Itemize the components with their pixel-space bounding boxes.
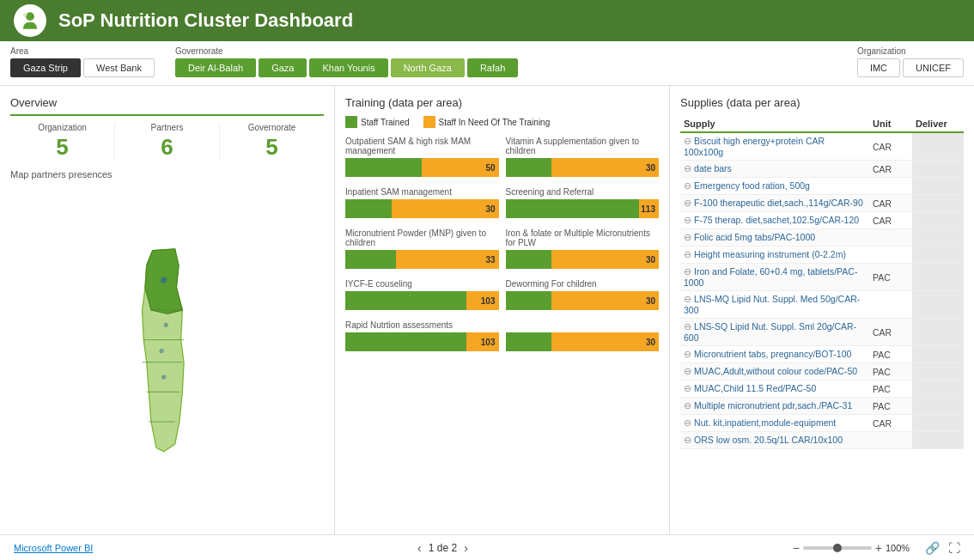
supply-expand-icon[interactable]: ⊖	[684, 215, 694, 225]
supply-expand-icon[interactable]: ⊖	[684, 383, 694, 393]
org-btn-unicef[interactable]: UNICEF	[903, 58, 964, 77]
area-filter-group: Area Gaza Strip West Bank	[10, 46, 155, 77]
gov-btn-gaza[interactable]: Gaza	[259, 58, 307, 77]
training-row-2: Inpatient SAM management Screening and R…	[345, 187, 659, 218]
supply-deliver-cell	[912, 432, 964, 449]
supply-unit-cell	[869, 178, 912, 195]
stat-governorate: Governorate 5	[220, 123, 324, 161]
supply-expand-icon[interactable]: ⊖	[684, 136, 694, 146]
supply-unit-cell: CAR	[869, 212, 912, 229]
legend-trained-label: Staff Trained	[361, 118, 410, 127]
supply-name-cell: ⊖ Height measuring instrument (0-2.2m)	[680, 247, 869, 264]
supply-name: LNS-MQ Lipid Nut. Suppl. Med 50g/CAR-300	[684, 294, 860, 315]
supply-expand-icon[interactable]: ⊖	[684, 180, 694, 191]
area-filter-label: Area	[10, 46, 155, 56]
map-svg	[90, 243, 245, 466]
svg-point-0	[26, 12, 34, 21]
supply-expand-icon[interactable]: ⊖	[684, 366, 694, 376]
supplies-table: Supply Unit Deliver ⊖ Biscuit high energ…	[680, 116, 964, 449]
org-btn-imc[interactable]: IMC	[857, 58, 900, 77]
supply-name-cell: ⊖ MUAC,Child 11.5 Red/PAC-50	[680, 380, 869, 398]
share-icon[interactable]: 🔗	[925, 541, 940, 555]
legend-need-label: Staff In Need Of The Training	[439, 118, 551, 127]
supply-unit-cell: CAR	[869, 161, 912, 178]
zoom-thumb[interactable]	[833, 544, 842, 552]
map-area	[10, 185, 324, 524]
gov-btn-rafah[interactable]: Rafah	[467, 58, 518, 77]
supply-name: MUAC,Child 11.5 Red/PAC-50	[694, 383, 816, 393]
supply-expand-icon[interactable]: ⊖	[684, 163, 694, 173]
fullscreen-icon[interactable]: ⛶	[948, 541, 960, 555]
supply-expand-icon[interactable]: ⊖	[684, 294, 694, 304]
nav-prev-icon[interactable]: ‹	[417, 541, 422, 555]
supply-deliver-cell	[912, 319, 964, 346]
supply-unit-cell: PAC	[869, 346, 912, 363]
supply-unit-cell	[869, 229, 912, 247]
org-filter-label: Organization	[857, 46, 964, 56]
supplies-panel: Supplies (data per area) Supply Unit Del…	[670, 86, 974, 534]
stat-gov-value: 5	[220, 134, 324, 161]
supply-expand-icon[interactable]: ⊖	[684, 400, 694, 411]
map-label: Map partners presences	[10, 169, 324, 180]
supply-expand-icon[interactable]: ⊖	[684, 417, 694, 428]
gov-btn-north-gaza[interactable]: North Gaza	[391, 58, 465, 77]
supply-expand-icon[interactable]: ⊖	[684, 249, 694, 259]
gov-btn-deir[interactable]: Deir Al-Balah	[175, 58, 256, 77]
supply-unit-cell: CAR	[869, 415, 912, 432]
supply-unit-cell: PAC	[869, 398, 912, 415]
supply-row: ⊖ Biscuit high energy+protein CAR 100x10…	[680, 132, 964, 161]
supply-deliver-cell	[912, 247, 964, 264]
supply-name: date bars	[694, 163, 732, 173]
stats-row: Organization 5 Partners 6 Governorate 5	[10, 123, 324, 161]
zoom-minus-icon[interactable]: −	[793, 541, 800, 555]
zoom-controls: − + 100%	[793, 541, 916, 555]
zoom-plus-icon[interactable]: +	[875, 541, 882, 555]
supply-expand-icon[interactable]: ⊖	[684, 349, 694, 359]
supply-expand-icon[interactable]: ⊖	[684, 321, 694, 332]
gov-btn-khan[interactable]: Khan Younis	[309, 58, 387, 77]
svg-point-12	[161, 374, 166, 379]
supply-expand-icon[interactable]: ⊖	[684, 266, 694, 277]
supply-deliver-cell	[912, 346, 964, 363]
supply-name: Nut. kit,inpatient,module-equipment	[694, 417, 836, 428]
footer: Microsoft Power BI ‹ 1 de 2 › − + 100% 🔗…	[0, 534, 974, 560]
left-panel: Overview Organization 5 Partners 6 Gover…	[0, 86, 335, 534]
supply-name: Biscuit high energy+protein CAR 100x100g	[684, 136, 825, 157]
logo-icon	[19, 9, 41, 32]
powerbi-link[interactable]: Microsoft Power BI	[14, 543, 93, 553]
supply-row: ⊖ ORS low osm. 20.5q/1L CAR/10x100	[680, 432, 964, 449]
area-btn-gaza-strip[interactable]: Gaza Strip	[10, 58, 81, 77]
training-panel: Training (data per area) Staff Trained S…	[335, 86, 670, 534]
supply-deliver-cell	[912, 264, 964, 291]
supply-expand-icon[interactable]: ⊖	[684, 198, 694, 208]
governorate-filter-label: Governorate	[175, 46, 518, 56]
stat-gov-label: Governorate	[220, 123, 324, 132]
zoom-slider-track[interactable]	[803, 546, 872, 550]
legend-need: Staff In Need Of The Training	[423, 116, 551, 128]
supply-expand-icon[interactable]: ⊖	[684, 435, 694, 445]
organization-filter-group: Organization IMC UNICEF	[857, 46, 964, 77]
supply-unit-cell: PAC	[869, 380, 912, 398]
supply-expand-icon[interactable]: ⊖	[684, 232, 694, 242]
supply-row: ⊖ F-100 therapeutic diet,sach.,114g/CAR-…	[680, 195, 964, 212]
supply-row: ⊖ LNS-SQ Lipid Nut. Suppl. Sml 20g/CAR-6…	[680, 319, 964, 346]
supply-name: Micronutrient tabs, pregnancy/BOT-100	[694, 349, 851, 359]
supply-row: ⊖ MUAC,Adult,without colour code/PAC-50P…	[680, 363, 964, 380]
page-indicator: 1 de 2	[429, 542, 457, 554]
area-btn-west-bank[interactable]: West Bank	[83, 58, 155, 77]
logo	[14, 4, 46, 37]
supply-name-cell: ⊖ MUAC,Adult,without colour code/PAC-50	[680, 363, 869, 380]
supply-unit-cell: CAR	[869, 319, 912, 346]
supply-unit-cell	[869, 247, 912, 264]
supply-name-cell: ⊖ Multiple micronutrient pdr,sach./PAC-3…	[680, 398, 869, 415]
supply-unit-cell: PAC	[869, 264, 912, 291]
filters-bar: Area Gaza Strip West Bank Governorate De…	[0, 41, 974, 86]
training-row-4: IYCF-E couseling Deworming For children …	[345, 279, 659, 310]
svg-point-11	[159, 349, 163, 353]
supply-name: Multiple micronutrient pdr,sach./PAC-31	[694, 400, 852, 411]
nav-next-icon[interactable]: ›	[464, 541, 468, 555]
training-legend: Staff Trained Staff In Need Of The Train…	[345, 116, 659, 128]
supply-row: ⊖ Nut. kit,inpatient,module-equipmentCAR	[680, 415, 964, 432]
supply-unit-cell	[869, 432, 912, 449]
supply-unit-cell: PAC	[869, 363, 912, 380]
